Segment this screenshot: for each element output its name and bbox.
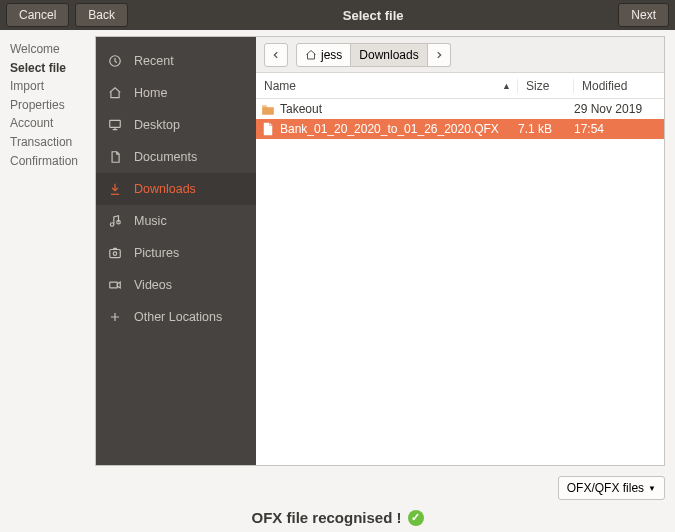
cancel-button[interactable]: Cancel <box>6 3 69 27</box>
status-text: OFX file recognised ! ✓ <box>0 509 675 526</box>
music-icon <box>96 214 134 228</box>
place-label: Pictures <box>134 246 256 260</box>
clock-icon <box>96 54 134 68</box>
svg-rect-1 <box>110 120 121 127</box>
file-rows: Takeout 29 Nov 2019 Bank_01_20_2020_to_0… <box>256 99 664 465</box>
place-label: Documents <box>134 150 256 164</box>
place-label: Desktop <box>134 118 256 132</box>
place-label: Other Locations <box>134 310 256 324</box>
svg-point-5 <box>113 252 117 256</box>
step-properties: Properties <box>10 96 95 115</box>
pictures-icon <box>96 246 134 260</box>
place-pictures[interactable]: Pictures <box>96 237 256 269</box>
window-title: Select file <box>128 8 618 23</box>
place-documents[interactable]: Documents <box>96 141 256 173</box>
place-label: Music <box>134 214 256 228</box>
place-label: Recent <box>134 54 256 68</box>
file-filter-dropdown[interactable]: OFX/QFX files ▼ <box>558 476 665 500</box>
title-bar: Cancel Back Select file Next <box>0 0 675 30</box>
breadcrumb: jess Downloads <box>256 37 664 73</box>
place-music[interactable]: Music <box>96 205 256 237</box>
column-modified[interactable]: Modified <box>574 79 664 93</box>
home-icon <box>96 86 134 100</box>
check-icon: ✓ <box>408 510 424 526</box>
path-crumb-label: jess <box>321 48 342 62</box>
downloads-icon <box>96 182 134 196</box>
places-sidebar: Recent Home Desktop Documents Downloads … <box>96 37 256 465</box>
step-account: Account <box>10 114 95 133</box>
step-select-file: Select file <box>10 59 95 78</box>
next-button[interactable]: Next <box>618 3 669 27</box>
file-icon <box>256 122 280 136</box>
step-import: Import <box>10 77 95 96</box>
file-size: 7.1 kB <box>518 122 574 136</box>
table-row[interactable]: Takeout 29 Nov 2019 <box>256 99 664 119</box>
filter-label: OFX/QFX files <box>567 481 644 495</box>
step-transaction: Transaction <box>10 133 95 152</box>
place-label: Videos <box>134 278 256 292</box>
wizard-steps: Welcome Select file Import Properties Ac… <box>0 30 95 472</box>
folder-icon <box>256 103 280 115</box>
path-forward-button[interactable] <box>428 43 451 67</box>
status-message: OFX file recognised ! <box>251 509 401 526</box>
column-size[interactable]: Size <box>518 79 574 93</box>
bottom-area: OFX/QFX files ▼ OFX file recognised ! ✓ <box>0 472 675 532</box>
column-name[interactable]: Name ▲ <box>256 79 518 93</box>
file-name: Takeout <box>280 102 518 116</box>
svg-rect-4 <box>110 250 121 258</box>
step-welcome: Welcome <box>10 40 95 59</box>
plus-icon <box>96 310 134 324</box>
path-crumb-label: Downloads <box>359 48 418 62</box>
file-name: Bank_01_20_2020_to_01_26_2020.QFX <box>280 122 518 136</box>
sort-asc-icon: ▲ <box>502 81 511 91</box>
place-home[interactable]: Home <box>96 77 256 109</box>
place-label: Home <box>134 86 256 100</box>
place-other-locations[interactable]: Other Locations <box>96 301 256 333</box>
back-button[interactable]: Back <box>75 3 128 27</box>
place-videos[interactable]: Videos <box>96 269 256 301</box>
table-row[interactable]: Bank_01_20_2020_to_01_26_2020.QFX 7.1 kB… <box>256 119 664 139</box>
file-modified: 17:54 <box>574 122 664 136</box>
svg-rect-6 <box>110 282 118 288</box>
documents-icon <box>96 150 134 164</box>
place-recent[interactable]: Recent <box>96 45 256 77</box>
chevron-left-icon <box>271 50 281 60</box>
column-name-label: Name <box>264 79 296 93</box>
step-confirmation: Confirmation <box>10 152 95 171</box>
column-headers: Name ▲ Size Modified <box>256 73 664 99</box>
chevron-right-icon <box>434 50 444 60</box>
place-downloads[interactable]: Downloads <box>96 173 256 205</box>
file-list-panel: jess Downloads Name ▲ Size Modified <box>256 37 664 465</box>
chevron-down-icon: ▼ <box>648 484 656 493</box>
svg-point-3 <box>117 220 121 224</box>
path-crumb-home[interactable]: jess <box>296 43 351 67</box>
file-modified: 29 Nov 2019 <box>574 102 664 116</box>
file-chooser: Recent Home Desktop Documents Downloads … <box>95 36 665 466</box>
path-back-button[interactable] <box>264 43 288 67</box>
place-label: Downloads <box>134 182 256 196</box>
videos-icon <box>96 278 134 292</box>
home-icon <box>305 49 317 61</box>
desktop-icon <box>96 118 134 132</box>
place-desktop[interactable]: Desktop <box>96 109 256 141</box>
path-crumb-downloads[interactable]: Downloads <box>351 43 427 67</box>
